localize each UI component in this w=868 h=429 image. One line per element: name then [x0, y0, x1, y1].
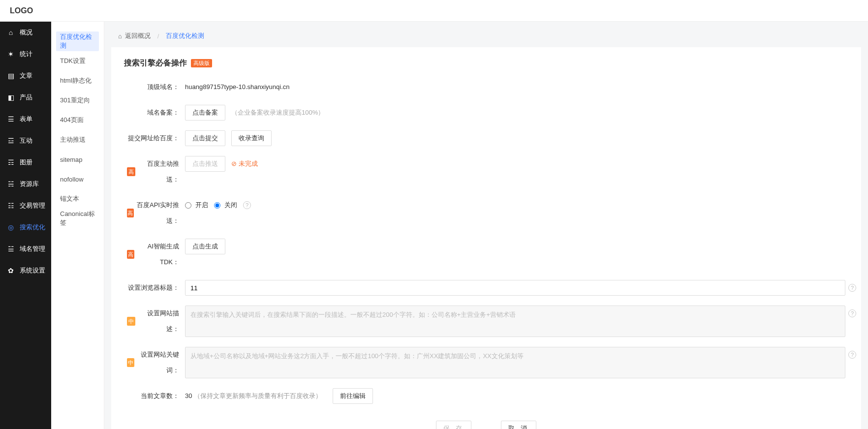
breadcrumb: ⌂ 返回概况 / 百度优化检测	[111, 29, 861, 47]
edit-button[interactable]: 前往编辑	[333, 388, 373, 404]
cancel-button[interactable]: 取 消	[501, 421, 536, 429]
premium-badge: 高级版	[191, 59, 212, 67]
label-push: 高 百度主动推送：	[127, 156, 185, 187]
chat-icon: ☲	[7, 137, 15, 145]
settings-icon: ✿	[7, 267, 15, 275]
domain-icon: ☱	[7, 245, 15, 253]
nav-label: 表单	[20, 115, 32, 123]
breadcrumb-current: 百度优化检测	[166, 31, 204, 40]
breadcrumb-back[interactable]: ⌂ 返回概况	[118, 31, 151, 40]
form-actions: 保 存 取 消	[127, 421, 845, 429]
subnav-item-0[interactable]: 百度优化检测	[56, 31, 99, 51]
home-icon: ⌂	[7, 29, 15, 36]
nav-item-4[interactable]: ☰表单	[0, 108, 51, 130]
radio-on-input[interactable]	[185, 202, 191, 209]
label-api: 高 百度API实时推送：	[127, 197, 185, 229]
label-beian: 域名备案：	[127, 105, 185, 121]
count-value: 30	[185, 388, 192, 404]
submit-button[interactable]: 点击提交	[185, 130, 225, 146]
row-title: 设置浏览器标题： ?	[127, 280, 845, 296]
nav-item-2[interactable]: ▤文章	[0, 65, 51, 87]
row-desc: 中 设置网站描述： ?	[127, 306, 845, 337]
subnav-item-7[interactable]: nofollow	[56, 169, 99, 189]
help-icon[interactable]: ?	[848, 309, 856, 317]
warn-icon: ⊘	[231, 156, 237, 172]
content: ⌂ 返回概况 / 百度优化检测 搜索引擎必备操作 高级版 顶级域名： huang…	[104, 22, 868, 429]
ai-button[interactable]: 点击生成	[185, 239, 225, 254]
nav-label: 概况	[20, 28, 32, 37]
row-ai: 高 AI智能生成TDK： 点击生成	[127, 239, 845, 270]
panel: 搜索引擎必备操作 高级版 顶级域名： huang897157type-10.sh…	[111, 47, 861, 429]
label-ai: 高 AI智能生成TDK：	[127, 239, 185, 270]
nav-item-11[interactable]: ✿系统设置	[0, 260, 51, 281]
beian-hint: （企业备案收录速度提高100%）	[231, 105, 324, 121]
nav-main: ⌂概况✶统计▤文章◧产品☰表单☲互动☶图册☵资源库☷交易管理◎搜索优化☱域名管理…	[0, 22, 51, 429]
radio-on[interactable]: 开启	[185, 197, 208, 213]
help-icon[interactable]: ?	[848, 351, 856, 359]
subnav-item-4[interactable]: 404页面	[56, 110, 99, 130]
row-kw: 中 设置网站关键词： ?	[127, 347, 845, 378]
seo-icon: ◎	[7, 223, 15, 231]
help-icon[interactable]: ?	[243, 201, 251, 209]
nav-item-9[interactable]: ◎搜索优化	[0, 216, 51, 238]
label-desc: 中 设置网站描述：	[127, 306, 185, 337]
nav-item-7[interactable]: ☵资源库	[0, 173, 51, 195]
breadcrumb-sep: /	[157, 32, 159, 40]
nav-item-0[interactable]: ⌂概况	[0, 22, 51, 43]
section-title: 搜索引擎必备操作 高级版	[124, 58, 845, 68]
nav-item-8[interactable]: ☷交易管理	[0, 195, 51, 216]
label-kw: 中 设置网站关键词：	[127, 347, 185, 378]
subnav-item-8[interactable]: 锚文本	[56, 189, 99, 209]
nav-label: 图册	[20, 158, 32, 167]
nav-sub: 百度优化检测TDK设置html静态化301重定向404页面主动推送sitemap…	[51, 22, 104, 429]
query-button[interactable]: 收录查询	[231, 130, 272, 146]
subnav-item-1[interactable]: TDK设置	[56, 51, 99, 71]
nav-item-3[interactable]: ◧产品	[0, 87, 51, 108]
subnav-item-9[interactable]: Canonical标签	[56, 209, 99, 228]
save-button[interactable]: 保 存	[436, 421, 471, 429]
form-icon: ☰	[7, 115, 15, 123]
subnav-item-6[interactable]: sitemap	[56, 150, 99, 169]
subnav-item-2[interactable]: html静态化	[56, 71, 99, 91]
trade-icon: ☷	[7, 202, 15, 210]
nav-label: 互动	[20, 136, 32, 145]
nav-label: 系统设置	[20, 266, 45, 275]
row-api: 高 百度API实时推送： 开启 关闭 ?	[127, 197, 845, 229]
tag-mid: 中	[127, 317, 135, 326]
product-icon: ◧	[7, 93, 15, 101]
topbar: LOGO	[0, 0, 868, 22]
title-input[interactable]	[185, 280, 845, 296]
push-button: 点击推送	[185, 156, 225, 172]
tag-high: 高	[127, 250, 134, 259]
row-push: 高 百度主动推送： 点击推送 ⊘ 未完成	[127, 156, 845, 187]
gallery-icon: ☶	[7, 158, 15, 166]
subnav-item-3[interactable]: 301重定向	[56, 91, 99, 110]
nav-label: 搜索优化	[20, 223, 45, 232]
nav-label: 文章	[20, 71, 32, 80]
label-submit: 提交网址给百度：	[127, 130, 185, 146]
row-domain: 顶级域名： huang897157type-10.shanxiyunqi.cn	[127, 79, 845, 95]
kw-input[interactable]	[185, 347, 845, 378]
beian-button[interactable]: 点击备案	[185, 105, 225, 121]
article-icon: ▤	[7, 72, 15, 80]
desc-input[interactable]	[185, 306, 845, 337]
nav-label: 统计	[20, 50, 32, 59]
row-submit: 提交网址给百度： 点击提交 收录查询	[127, 130, 845, 146]
nav-item-6[interactable]: ☶图册	[0, 152, 51, 173]
value-domain: huang897157type-10.shanxiyunqi.cn	[185, 79, 845, 95]
label-count: 当前文章数：	[127, 388, 185, 404]
nav-item-1[interactable]: ✶统计	[0, 43, 51, 65]
resource-icon: ☵	[7, 180, 15, 188]
subnav-item-5[interactable]: 主动推送	[56, 130, 99, 150]
help-icon[interactable]: ?	[848, 284, 856, 292]
nav-label: 交易管理	[20, 201, 45, 210]
tag-high: 高	[127, 167, 135, 176]
count-hint: （保持文章更新频率与质量有利于百度收录）	[194, 388, 322, 404]
home-icon: ⌂	[118, 32, 122, 40]
nav-item-5[interactable]: ☲互动	[0, 130, 51, 152]
nav-label: 产品	[20, 93, 32, 102]
radio-off-input[interactable]	[214, 202, 220, 209]
nav-item-10[interactable]: ☱域名管理	[0, 238, 51, 260]
radio-off[interactable]: 关闭	[214, 197, 237, 213]
label-title: 设置浏览器标题：	[127, 280, 185, 296]
